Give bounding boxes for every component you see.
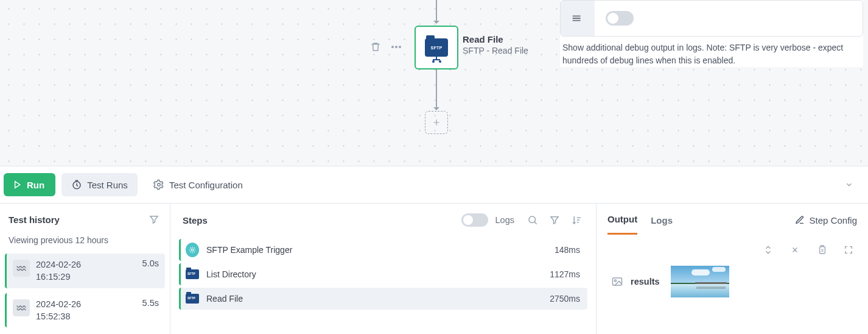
step-row[interactable]: SFTP List Directory 1127ms bbox=[179, 263, 587, 285]
sftp-icon: SFTP bbox=[186, 269, 199, 279]
debug-output-toggle[interactable] bbox=[606, 11, 634, 26]
tab-logs[interactable]: Logs bbox=[651, 207, 673, 234]
output-result-row[interactable]: results bbox=[610, 265, 855, 299]
fullscreen-output-button[interactable] bbox=[841, 243, 856, 257]
svg-point-9 bbox=[615, 280, 617, 282]
sftp-icon: SFTP bbox=[186, 294, 199, 304]
tab-test-configuration[interactable]: Test Configuration bbox=[144, 173, 253, 196]
step-row[interactable]: SFTP Example Trigger 148ms bbox=[179, 239, 587, 261]
result-image-thumbnail[interactable] bbox=[670, 265, 730, 299]
svg-point-2 bbox=[399, 46, 401, 48]
history-item[interactable]: 2024-02-26 16:15:29 5.0s bbox=[5, 254, 165, 288]
run-status-icon bbox=[13, 299, 30, 316]
results-label: results bbox=[631, 277, 660, 286]
node-title: Read File bbox=[463, 34, 528, 44]
filter-history-button[interactable] bbox=[147, 212, 161, 227]
svg-point-6 bbox=[191, 249, 194, 251]
connector-arrow-out bbox=[436, 69, 437, 110]
collapse-all-button[interactable] bbox=[761, 243, 775, 257]
config-field-icon bbox=[561, 1, 595, 36]
output-panel: Output Logs Step Config bbox=[597, 204, 868, 334]
svg-point-0 bbox=[391, 46, 394, 48]
step-row[interactable]: SFTP Read File 2750ms bbox=[179, 288, 587, 310]
add-node-button[interactable] bbox=[425, 111, 448, 134]
expand-all-button[interactable] bbox=[788, 243, 802, 257]
svg-rect-7 bbox=[820, 247, 825, 254]
tab-test-runs[interactable]: Test Runs bbox=[61, 173, 138, 196]
filter-steps-button[interactable] bbox=[547, 213, 562, 227]
delete-node-button[interactable] bbox=[369, 40, 382, 54]
steps-title: Steps bbox=[183, 215, 454, 226]
step-config-button[interactable]: Step Config bbox=[795, 215, 857, 226]
run-button-label: Run bbox=[27, 180, 44, 190]
collapse-panel-button[interactable] bbox=[834, 180, 864, 189]
sort-steps-button[interactable] bbox=[569, 213, 584, 227]
node-subtitle: SFTP - Read File bbox=[463, 46, 528, 55]
debug-config-panel: Show additional debug output in logs. No… bbox=[560, 0, 863, 67]
svg-point-5 bbox=[529, 216, 536, 223]
run-status-icon bbox=[13, 260, 30, 277]
tab-output[interactable]: Output bbox=[607, 205, 637, 235]
image-icon bbox=[610, 274, 625, 289]
steps-panel: Steps Logs SFTP Example Trigger bbox=[170, 204, 597, 334]
logs-toggle-label: Logs bbox=[495, 215, 514, 225]
svg-rect-8 bbox=[613, 278, 622, 285]
debug-description: Show additional debug output in logs. No… bbox=[560, 37, 863, 67]
test-toolbar: Run Test Runs Test Configuration bbox=[0, 166, 868, 204]
node-label: Read File SFTP - Read File bbox=[463, 34, 528, 55]
test-history-title: Test history bbox=[9, 215, 141, 225]
run-button[interactable]: Run bbox=[4, 173, 55, 196]
svg-point-1 bbox=[395, 46, 397, 48]
history-range-note: Viewing previous 12 hours bbox=[0, 235, 170, 251]
test-history-panel: Test history Viewing previous 12 hours 2… bbox=[0, 204, 170, 334]
search-steps-button[interactable] bbox=[525, 213, 540, 227]
copy-output-button[interactable] bbox=[814, 243, 829, 257]
workflow-canvas[interactable]: SFTP Read File SFTP - Read File Show add… bbox=[0, 0, 868, 166]
trigger-icon bbox=[186, 243, 199, 257]
node-more-actions-button[interactable] bbox=[390, 40, 403, 54]
logs-toggle[interactable] bbox=[461, 213, 488, 227]
sftp-folder-icon: SFTP bbox=[425, 38, 448, 57]
workflow-node-read-file[interactable]: SFTP bbox=[415, 26, 458, 69]
connector-arrow-in bbox=[436, 0, 437, 23]
history-item[interactable]: 2024-02-26 15:52:38 5.5s bbox=[5, 293, 165, 328]
svg-point-4 bbox=[158, 183, 161, 187]
